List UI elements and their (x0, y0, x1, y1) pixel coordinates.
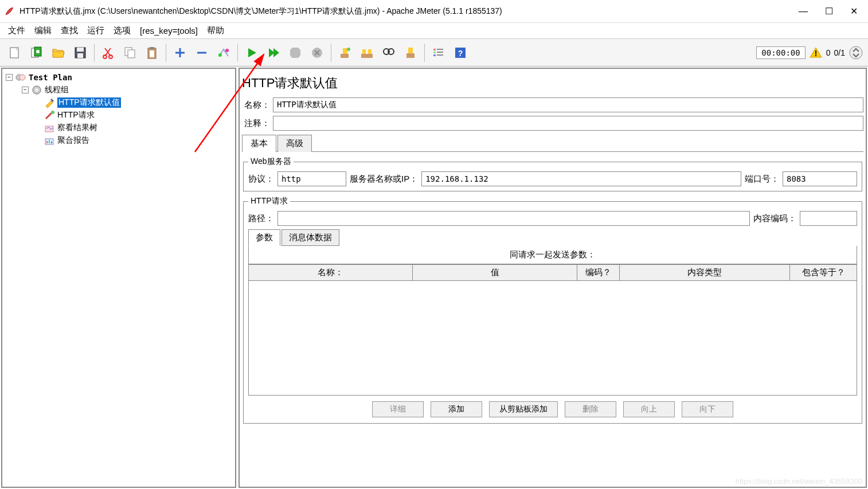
stop-button[interactable] (285, 42, 306, 63)
help-button[interactable]: ? (450, 42, 471, 63)
encoding-input[interactable] (800, 211, 857, 226)
collapse-icon[interactable]: − (22, 87, 29, 93)
timer-display: 00:00:00 (756, 46, 805, 59)
svg-point-35 (51, 111, 54, 114)
menu-tools[interactable]: [res_key=tools] (136, 25, 201, 37)
svg-rect-19 (361, 54, 367, 58)
tab-basic[interactable]: 基本 (242, 135, 276, 152)
menu-help[interactable]: 帮助 (204, 24, 228, 37)
server-label: 服务器名称或IP： (350, 174, 418, 185)
minimize-button[interactable]: — (799, 6, 808, 17)
tree-http-request[interactable]: HTTP请求 (5, 109, 233, 122)
clear-all-button[interactable] (357, 42, 377, 63)
menu-search[interactable]: 查找 (57, 24, 81, 37)
collapse-icon[interactable]: − (6, 74, 13, 81)
reset-search-button[interactable] (400, 42, 421, 63)
http-request-legend: HTTP请求 (248, 196, 290, 206)
tree-thread-group[interactable]: − 线程组 (5, 84, 233, 96)
encoding-label: 内容编码： (753, 213, 796, 224)
comment-input[interactable] (273, 116, 863, 131)
col-encode[interactable]: 编码？ (577, 265, 619, 281)
warning-count: 0 (826, 48, 831, 57)
svg-rect-26 (433, 54, 436, 56)
add-clipboard-button[interactable]: 从剪贴板添加 (489, 401, 558, 417)
path-input[interactable] (277, 211, 750, 226)
clear-button[interactable] (335, 42, 355, 63)
config-panel: HTTP请求默认值 名称： 注释： 基本 高级 Web服务器 协议： 服务器名称… (238, 68, 867, 488)
open-button[interactable] (48, 42, 69, 63)
subtab-params[interactable]: 参数 (248, 229, 280, 246)
app-icon (5, 7, 14, 16)
expand-button[interactable] (170, 42, 190, 63)
svg-rect-25 (433, 52, 436, 53)
start-no-pause-button[interactable] (263, 42, 284, 63)
svg-text:?: ? (458, 49, 463, 58)
param-subtabs: 参数 消息体数据 (248, 229, 857, 246)
up-button: 向上 (623, 401, 675, 417)
function-helper-button[interactable] (428, 42, 449, 63)
svg-point-8 (109, 55, 112, 58)
web-server-fieldset: Web服务器 协议： 服务器名称或IP： 端口号： (243, 157, 862, 191)
panel-title: HTTP请求默认值 (242, 71, 863, 97)
close-button[interactable]: ✕ (850, 6, 858, 17)
paste-button[interactable] (142, 42, 162, 63)
menu-file[interactable]: 文件 (5, 24, 29, 37)
params-button-row: 详细 添加 从剪贴板添加 删除 向上 向下 (248, 396, 857, 418)
col-value[interactable]: 值 (413, 265, 577, 281)
cut-button[interactable] (98, 42, 119, 63)
tree-view-results[interactable]: 察看结果树 (5, 122, 233, 134)
svg-rect-10 (128, 50, 135, 58)
comment-label: 注释： (242, 118, 273, 129)
svg-rect-40 (51, 142, 52, 143)
port-input[interactable] (783, 171, 857, 186)
delete-button: 删除 (565, 401, 616, 417)
start-button[interactable] (241, 42, 262, 63)
tree-http-defaults[interactable]: HTTP请求默认值 (5, 96, 233, 109)
params-caption: 同请求一起发送参数： (248, 246, 857, 264)
params-body[interactable] (248, 281, 857, 396)
http-request-fieldset: HTTP请求 路径： 内容编码： 参数 消息体数据 同请求一起发送参数： 名称：… (243, 196, 862, 424)
shutdown-button[interactable] (307, 42, 327, 63)
svg-point-18 (347, 48, 350, 51)
svg-rect-38 (46, 141, 48, 143)
svg-point-3 (36, 50, 40, 53)
collapse-button[interactable] (191, 42, 212, 63)
svg-rect-20 (367, 54, 373, 58)
gear-icon (31, 84, 42, 96)
col-include-equals[interactable]: 包含等于？ (790, 265, 857, 281)
templates-button[interactable] (26, 42, 47, 63)
tab-advanced[interactable]: 高级 (277, 135, 312, 152)
expand-toggle-icon[interactable] (849, 45, 863, 60)
testplan-icon (15, 72, 26, 83)
maximize-button[interactable]: ☐ (825, 6, 833, 17)
add-button[interactable]: 添加 (431, 401, 482, 417)
menu-edit[interactable]: 编辑 (31, 24, 55, 37)
warning-icon: ! (809, 46, 823, 60)
menu-run[interactable]: 运行 (84, 24, 108, 37)
sampler-icon (44, 109, 55, 121)
search-button[interactable] (378, 42, 399, 63)
detail-button: 详细 (372, 401, 424, 417)
new-button[interactable] (5, 42, 25, 63)
col-name[interactable]: 名称： (249, 265, 413, 281)
server-input[interactable] (421, 171, 741, 186)
name-input[interactable] (273, 97, 863, 112)
save-button[interactable] (70, 42, 91, 63)
tree-root[interactable]: − Test Plan (5, 71, 233, 84)
subtab-body[interactable]: 消息体数据 (281, 229, 339, 246)
col-content-type[interactable]: 内容类型 (620, 265, 790, 281)
test-plan-tree[interactable]: − Test Plan − 线程组 HTTP请求默认值 HTTP请求 察看结果树 (1, 68, 236, 488)
svg-rect-36 (45, 126, 53, 132)
menubar: 文件 编辑 查找 运行 选项 [res_key=tools] 帮助 (0, 23, 868, 39)
port-label: 端口号： (745, 174, 779, 185)
copy-button[interactable] (120, 42, 140, 63)
report-icon (44, 135, 55, 146)
toggle-button[interactable] (213, 42, 234, 63)
results-icon (44, 122, 55, 134)
config-icon (44, 97, 55, 108)
svg-rect-24 (433, 49, 436, 50)
protocol-input[interactable] (277, 171, 346, 186)
tree-aggregate[interactable]: 聚合报告 (5, 134, 233, 147)
menu-options[interactable]: 选项 (110, 24, 134, 37)
params-table[interactable]: 名称： 值 编码？ 内容类型 包含等于？ (248, 264, 857, 281)
